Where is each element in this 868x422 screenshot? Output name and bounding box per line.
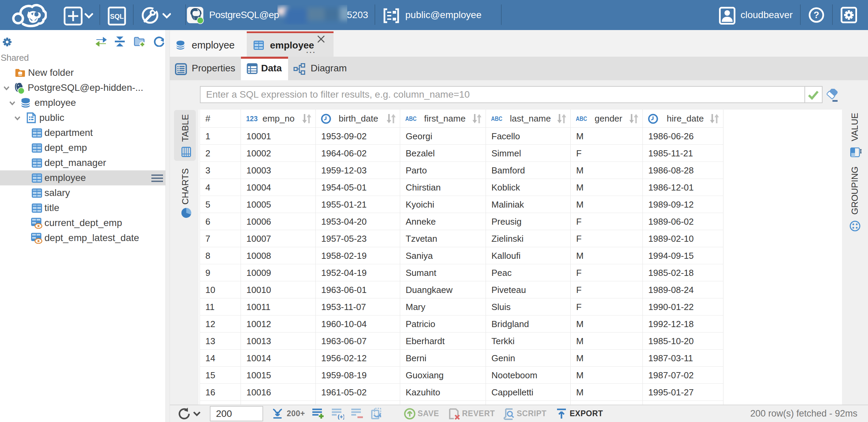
svg-text:ABC: ABC (405, 115, 417, 122)
svg-text:123: 123 (246, 114, 258, 123)
svg-text:SQL: SQL (110, 12, 124, 20)
svg-text:ABC: ABC (491, 115, 502, 122)
svg-text:(+): (+) (338, 413, 344, 420)
svg-text:ABC: ABC (576, 115, 587, 122)
svg-text:?: ? (814, 10, 819, 20)
